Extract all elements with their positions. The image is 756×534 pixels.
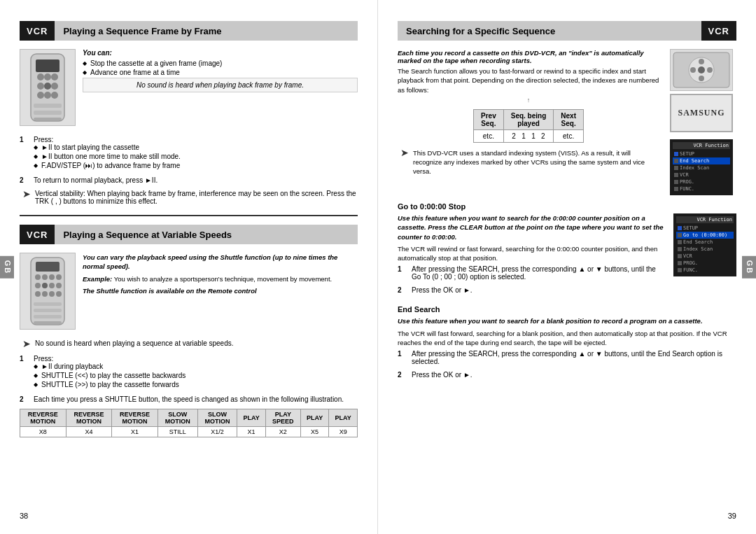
section1-header: VCR Playing a Sequence Frame by Frame bbox=[20, 21, 358, 41]
example-text: You wish to analyze a sportsperson's tec… bbox=[114, 275, 332, 283]
speed-val-3: X1 bbox=[112, 427, 158, 437]
vcr-fn-title-2: VCR Function bbox=[676, 216, 734, 223]
svg-rect-30 bbox=[34, 315, 62, 318]
no-sound-note: No sound is heard when playing back fram… bbox=[83, 78, 358, 92]
dot-4 bbox=[674, 180, 678, 184]
dot-6 bbox=[678, 233, 682, 237]
step-num-1: 1 bbox=[20, 136, 28, 171]
speed-col-9: PLAY bbox=[329, 409, 358, 427]
speed-val-6: X1 bbox=[237, 427, 266, 437]
arrow-note-text-frame: Vertical stability: When playing back fr… bbox=[35, 190, 358, 205]
svg-point-8 bbox=[37, 92, 44, 99]
speed-col-2: REVERSEMOTION bbox=[66, 409, 112, 427]
speed-col-3: REVERSEMOTION bbox=[112, 409, 158, 427]
vcr-fn-item-prog1: PROG. bbox=[673, 178, 730, 185]
goto-step-1: 1 After pressing the SEARCH, press the c… bbox=[398, 265, 666, 281]
dot-7 bbox=[678, 240, 682, 244]
section2-intro: You can vary the playback speed using th… bbox=[83, 253, 358, 272]
svg-point-34 bbox=[699, 59, 704, 64]
vcr-device-image bbox=[670, 49, 733, 91]
left-page: GB VCR Playing a Sequence Frame by Frame bbox=[0, 0, 378, 534]
svg-point-24 bbox=[35, 291, 41, 297]
section1-title: Playing a Sequence Frame by Frame bbox=[55, 21, 358, 41]
bullet-advance-frame: Advance one frame at a time bbox=[83, 69, 358, 76]
svg-rect-28 bbox=[34, 302, 62, 306]
svg-point-21 bbox=[42, 283, 48, 288]
speed-val-8: X5 bbox=[300, 427, 329, 437]
arrow-note-variable: ➤ No sound is heard when playing a seque… bbox=[20, 339, 358, 349]
vcr-fn-item-setup1: SETUP bbox=[673, 150, 730, 157]
section-r1-title: Searching for a Specific Sequence bbox=[398, 21, 701, 41]
svg-rect-31 bbox=[34, 321, 62, 324]
svg-rect-29 bbox=[34, 309, 62, 312]
shuttle-note: The Shuttle function is available on the… bbox=[83, 286, 358, 295]
endsearch-step-1-content: After pressing the SEARCH, press the cor… bbox=[412, 350, 736, 365]
idx-row-etc-left: etc. bbox=[474, 129, 504, 142]
svg-point-37 bbox=[707, 67, 713, 73]
vcr-fn-item-goto: Go to (0:00:00) bbox=[676, 232, 734, 239]
dot-3 bbox=[674, 173, 678, 177]
svg-point-4 bbox=[51, 73, 58, 80]
vcr-fn-item-setup2: SETUP bbox=[676, 225, 734, 232]
speed-val-5: X1/2 bbox=[197, 427, 237, 437]
speed-val-1: X8 bbox=[20, 427, 66, 437]
vcr-function-box-1: VCR Function SETUP End Search Index Scan… bbox=[670, 139, 733, 195]
index-table-arrow: ↑ bbox=[398, 97, 659, 104]
dot-2 bbox=[674, 166, 678, 170]
bullet-stop-cassette: Stop the cassette at a given frame (imag… bbox=[83, 59, 358, 67]
gb-badge-right: GB bbox=[742, 255, 756, 279]
index-text: Each time you record a cassette on this … bbox=[398, 49, 659, 195]
idx-row-mid: 2 1 1 2 bbox=[503, 129, 554, 142]
vcr-fn-item-vcr1: VCR bbox=[673, 171, 730, 178]
idx-col-being: Seq. beingplayed bbox=[503, 109, 554, 129]
arrow-icon-variable: ➤ bbox=[22, 338, 31, 349]
speed-val-7: X2 bbox=[265, 427, 300, 437]
bullet-shuttle-back: SHUTTLE (<<) to play the cassette backwa… bbox=[34, 372, 358, 379]
dot-10 bbox=[678, 261, 682, 265]
you-can-label: You can: bbox=[83, 49, 358, 57]
goto-step-num-1: 1 bbox=[398, 265, 406, 281]
speed-col-8: PLAY bbox=[300, 409, 329, 427]
speed-col-5: SLOWMOTION bbox=[197, 409, 237, 427]
remote-image-2 bbox=[20, 253, 76, 330]
goto-text: Use this feature when you want to search… bbox=[398, 213, 666, 300]
page-number-left: 38 bbox=[20, 512, 28, 520]
svg-rect-1 bbox=[36, 59, 59, 72]
section2-content: You can vary the playback speed using th… bbox=[20, 253, 358, 330]
endsearch-step-num-2: 2 bbox=[398, 371, 406, 379]
vcr-fn-item-endsearch1: End Search bbox=[673, 157, 730, 164]
svg-point-18 bbox=[49, 274, 55, 280]
arrow-note-frame: ➤ Vertical stability: When playing back … bbox=[20, 190, 358, 205]
section2-example: Example: You wish to analyze a sportsper… bbox=[83, 274, 358, 283]
svg-point-35 bbox=[699, 76, 704, 81]
endsearch-step-1: 1 After pressing the SEARCH, press the c… bbox=[398, 350, 736, 365]
svg-point-10 bbox=[51, 92, 58, 99]
goto-step-1-content: After pressing the SEARCH, press the cor… bbox=[412, 265, 666, 281]
bullet-play-cassette: ►II to start playing the cassette bbox=[34, 143, 358, 151]
bullet-still-mode: ►II button one more time to make still m… bbox=[34, 153, 358, 160]
step-1-variable: 1 Press: ►II during playback SHUTTLE (<<… bbox=[20, 355, 358, 390]
dot-5 bbox=[674, 187, 678, 191]
svg-point-23 bbox=[56, 283, 62, 288]
svg-point-5 bbox=[37, 83, 44, 90]
index-intro-bold: Each time you record a cassette on this … bbox=[398, 49, 659, 64]
svg-point-38 bbox=[698, 66, 705, 73]
example-label: Example: bbox=[83, 275, 112, 283]
step-num-v2: 2 bbox=[20, 395, 28, 403]
step-num-v1: 1 bbox=[20, 355, 28, 390]
step-1-label: Press: bbox=[34, 136, 358, 143]
goto-detail: The VCR will rewind or fast forward, sea… bbox=[398, 244, 666, 263]
dot-8 bbox=[678, 247, 682, 251]
svg-point-19 bbox=[56, 274, 62, 280]
vcr-badge-2: VCR bbox=[20, 225, 55, 244]
step-v2-content: Each time you press a SHUTTLE button, th… bbox=[34, 395, 358, 403]
vcr-fn-item-prog2: PROG. bbox=[676, 260, 734, 267]
bullet-shuttle-fwd: SHUTTLE (>>) to play the cassette forwar… bbox=[34, 381, 358, 388]
dot-1 bbox=[674, 159, 678, 163]
right-page: GB Searching for a Specific Sequence VCR… bbox=[378, 0, 756, 534]
endsearch-detail: The VCR will fast forward, searching for… bbox=[398, 329, 736, 348]
svg-point-7 bbox=[51, 83, 58, 90]
section2-text: You can vary the playback speed using th… bbox=[83, 253, 358, 330]
endsearch-step-num-1: 1 bbox=[398, 350, 406, 365]
dot-blue-1 bbox=[674, 152, 678, 156]
